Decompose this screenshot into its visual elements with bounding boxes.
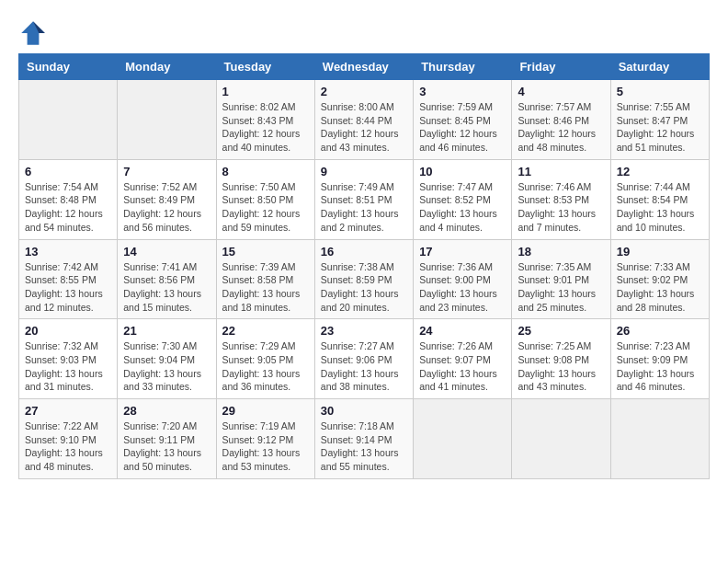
day-info: Sunrise: 8:02 AMSunset: 8:43 PMDaylight:… — [222, 100, 309, 155]
day-info: Sunrise: 7:23 AMSunset: 9:09 PMDaylight:… — [617, 339, 703, 394]
day-cell — [19, 80, 118, 160]
day-cell: 10Sunrise: 7:47 AMSunset: 8:52 PMDayligh… — [414, 159, 512, 239]
day-cell: 12Sunrise: 7:44 AMSunset: 8:54 PMDayligh… — [610, 159, 709, 239]
day-cell: 16Sunrise: 7:38 AMSunset: 8:59 PMDayligh… — [314, 239, 413, 319]
day-cell: 27Sunrise: 7:22 AMSunset: 9:10 PMDayligh… — [19, 399, 118, 479]
day-cell: 24Sunrise: 7:26 AMSunset: 9:07 PMDayligh… — [414, 319, 512, 399]
day-info: Sunrise: 7:27 AMSunset: 9:06 PMDaylight:… — [321, 339, 407, 394]
day-cell: 19Sunrise: 7:33 AMSunset: 9:02 PMDayligh… — [610, 239, 709, 319]
day-info: Sunrise: 7:29 AMSunset: 9:05 PMDaylight:… — [222, 339, 309, 394]
day-number: 8 — [222, 165, 309, 178]
header-cell-wednesday: Wednesday — [314, 54, 413, 80]
header-row: SundayMondayTuesdayWednesdayThursdayFrid… — [19, 54, 710, 80]
day-cell: 6Sunrise: 7:54 AMSunset: 8:48 PMDaylight… — [19, 159, 118, 239]
header-cell-tuesday: Tuesday — [216, 54, 314, 80]
day-info: Sunrise: 7:20 AMSunset: 9:11 PMDaylight:… — [123, 419, 210, 474]
header-cell-monday: Monday — [118, 54, 216, 80]
day-number: 25 — [518, 324, 604, 338]
week-row-2: 6Sunrise: 7:54 AMSunset: 8:48 PMDaylight… — [19, 159, 710, 239]
day-info: Sunrise: 7:19 AMSunset: 9:12 PMDaylight:… — [222, 419, 309, 474]
day-number: 7 — [123, 165, 210, 178]
week-row-4: 20Sunrise: 7:32 AMSunset: 9:03 PMDayligh… — [19, 319, 710, 399]
week-row-1: 1Sunrise: 8:02 AMSunset: 8:43 PMDaylight… — [19, 80, 710, 160]
day-number: 12 — [617, 165, 703, 178]
day-info: Sunrise: 7:25 AMSunset: 9:08 PMDaylight:… — [518, 339, 604, 394]
day-info: Sunrise: 7:52 AMSunset: 8:49 PMDaylight:… — [123, 180, 210, 235]
day-cell: 30Sunrise: 7:18 AMSunset: 9:14 PMDayligh… — [314, 399, 413, 479]
calendar-body: 1Sunrise: 8:02 AMSunset: 8:43 PMDaylight… — [19, 80, 710, 479]
day-info: Sunrise: 7:47 AMSunset: 8:52 PMDaylight:… — [419, 180, 506, 235]
day-number: 10 — [419, 165, 506, 178]
day-cell: 14Sunrise: 7:41 AMSunset: 8:56 PMDayligh… — [118, 239, 216, 319]
day-number: 3 — [419, 85, 506, 98]
day-number: 26 — [617, 324, 703, 338]
day-number: 30 — [321, 404, 407, 418]
day-cell: 25Sunrise: 7:25 AMSunset: 9:08 PMDayligh… — [512, 319, 610, 399]
day-cell — [610, 399, 709, 479]
day-cell: 17Sunrise: 7:36 AMSunset: 9:00 PMDayligh… — [414, 239, 512, 319]
day-cell: 29Sunrise: 7:19 AMSunset: 9:12 PMDayligh… — [216, 399, 314, 479]
day-number: 16 — [321, 245, 407, 259]
day-number: 29 — [222, 404, 309, 418]
day-info: Sunrise: 8:00 AMSunset: 8:44 PMDaylight:… — [321, 100, 407, 155]
day-number: 17 — [419, 245, 506, 259]
header-cell-thursday: Thursday — [414, 54, 512, 80]
day-cell — [414, 399, 512, 479]
day-cell: 20Sunrise: 7:32 AMSunset: 9:03 PMDayligh… — [19, 319, 118, 399]
page-header — [18, 18, 710, 48]
day-cell: 3Sunrise: 7:59 AMSunset: 8:45 PMDaylight… — [414, 80, 512, 160]
day-number: 1 — [222, 85, 309, 98]
day-info: Sunrise: 7:44 AMSunset: 8:54 PMDaylight:… — [617, 180, 703, 235]
day-number: 14 — [123, 245, 210, 259]
calendar-header: SundayMondayTuesdayWednesdayThursdayFrid… — [19, 54, 710, 80]
day-number: 4 — [518, 85, 604, 98]
day-info: Sunrise: 7:39 AMSunset: 8:58 PMDaylight:… — [222, 260, 309, 315]
day-info: Sunrise: 7:42 AMSunset: 8:55 PMDaylight:… — [25, 260, 111, 315]
day-cell — [118, 80, 216, 160]
day-cell: 9Sunrise: 7:49 AMSunset: 8:51 PMDaylight… — [314, 159, 413, 239]
day-info: Sunrise: 7:41 AMSunset: 8:56 PMDaylight:… — [123, 260, 210, 315]
day-cell — [512, 399, 610, 479]
header-cell-friday: Friday — [512, 54, 610, 80]
day-cell: 22Sunrise: 7:29 AMSunset: 9:05 PMDayligh… — [216, 319, 314, 399]
day-number: 11 — [518, 165, 604, 178]
day-info: Sunrise: 7:18 AMSunset: 9:14 PMDaylight:… — [321, 419, 407, 474]
day-cell: 21Sunrise: 7:30 AMSunset: 9:04 PMDayligh… — [118, 319, 216, 399]
header-cell-saturday: Saturday — [610, 54, 709, 80]
day-number: 20 — [25, 324, 111, 338]
day-info: Sunrise: 7:46 AMSunset: 8:53 PMDaylight:… — [518, 180, 604, 235]
day-cell: 2Sunrise: 8:00 AMSunset: 8:44 PMDaylight… — [314, 80, 413, 160]
day-number: 9 — [321, 165, 407, 178]
day-info: Sunrise: 7:50 AMSunset: 8:50 PMDaylight:… — [222, 180, 309, 235]
logo — [18, 18, 51, 48]
day-number: 2 — [321, 85, 407, 98]
day-info: Sunrise: 7:55 AMSunset: 8:47 PMDaylight:… — [617, 100, 703, 155]
day-info: Sunrise: 7:35 AMSunset: 9:01 PMDaylight:… — [518, 260, 604, 315]
day-cell: 8Sunrise: 7:50 AMSunset: 8:50 PMDaylight… — [216, 159, 314, 239]
week-row-3: 13Sunrise: 7:42 AMSunset: 8:55 PMDayligh… — [19, 239, 710, 319]
day-number: 22 — [222, 324, 309, 338]
day-info: Sunrise: 7:30 AMSunset: 9:04 PMDaylight:… — [123, 339, 210, 394]
day-number: 6 — [25, 165, 111, 178]
day-number: 13 — [25, 245, 111, 259]
day-number: 23 — [321, 324, 407, 338]
day-cell: 26Sunrise: 7:23 AMSunset: 9:09 PMDayligh… — [610, 319, 709, 399]
day-cell: 7Sunrise: 7:52 AMSunset: 8:49 PMDaylight… — [118, 159, 216, 239]
day-info: Sunrise: 7:59 AMSunset: 8:45 PMDaylight:… — [419, 100, 506, 155]
day-number: 27 — [25, 404, 111, 418]
day-cell: 4Sunrise: 7:57 AMSunset: 8:46 PMDaylight… — [512, 80, 610, 160]
logo-icon — [18, 18, 48, 48]
day-number: 28 — [123, 404, 210, 418]
day-cell: 5Sunrise: 7:55 AMSunset: 8:47 PMDaylight… — [610, 80, 709, 160]
day-info: Sunrise: 7:32 AMSunset: 9:03 PMDaylight:… — [25, 339, 111, 394]
day-cell: 18Sunrise: 7:35 AMSunset: 9:01 PMDayligh… — [512, 239, 610, 319]
day-number: 19 — [617, 245, 703, 259]
day-cell: 13Sunrise: 7:42 AMSunset: 8:55 PMDayligh… — [19, 239, 118, 319]
day-cell: 1Sunrise: 8:02 AMSunset: 8:43 PMDaylight… — [216, 80, 314, 160]
day-number: 5 — [617, 85, 703, 98]
day-cell: 28Sunrise: 7:20 AMSunset: 9:11 PMDayligh… — [118, 399, 216, 479]
day-info: Sunrise: 7:36 AMSunset: 9:00 PMDaylight:… — [419, 260, 506, 315]
day-info: Sunrise: 7:33 AMSunset: 9:02 PMDaylight:… — [617, 260, 703, 315]
day-info: Sunrise: 7:57 AMSunset: 8:46 PMDaylight:… — [518, 100, 604, 155]
day-info: Sunrise: 7:49 AMSunset: 8:51 PMDaylight:… — [321, 180, 407, 235]
